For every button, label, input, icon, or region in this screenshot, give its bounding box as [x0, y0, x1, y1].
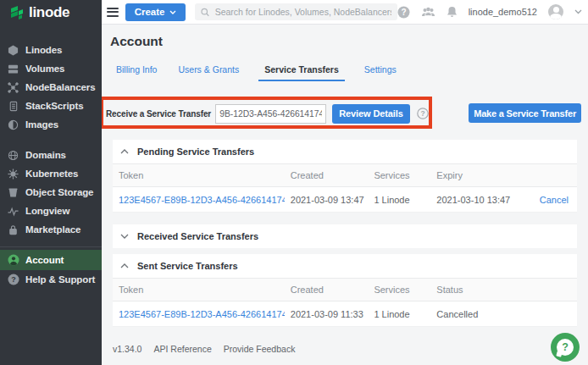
question-bubble-icon: ?	[557, 339, 574, 356]
expiry-cell: 2021-03-10 13:47	[430, 187, 528, 213]
domains-icon	[7, 149, 19, 162]
tab-billing-info[interactable]: Billing Info	[114, 64, 158, 81]
created-cell: 2021-03-09 11:33	[285, 301, 369, 327]
sidebar-item-label: Domains	[25, 150, 66, 160]
help-icon[interactable]: ?	[397, 6, 410, 19]
created-cell: 2021-03-09 13:47	[285, 187, 369, 213]
sidebar: linode Linodes Volumes NodeBalancers Sta…	[0, 0, 102, 365]
search-icon	[201, 8, 209, 17]
sidebar-item-marketplace[interactable]: Marketplace	[0, 220, 102, 239]
sidebar-item-object-storage[interactable]: Object Storage	[0, 183, 102, 202]
token-link[interactable]: 123E4567-E89B-12D3-A456-426614174000	[119, 195, 285, 205]
footer: v1.34.0 API Reference Provide Feedback	[113, 344, 295, 354]
services-cell: 1 Linode	[368, 301, 430, 327]
transfer-help-icon[interactable]: ?	[417, 108, 429, 119]
page-title: Account	[110, 34, 163, 49]
longview-icon	[7, 205, 19, 218]
question-circle-icon: ?	[7, 274, 19, 286]
received-transfers-section: Received Service Transfers	[113, 224, 577, 248]
tab-users-grants[interactable]: Users & Grants	[176, 64, 241, 81]
images-icon	[7, 119, 19, 131]
column-header-services: Services	[368, 279, 430, 301]
sidebar-item-linodes[interactable]: Linodes	[0, 41, 102, 59]
linode-logo[interactable]: linode	[0, 0, 102, 25]
sidebar-nav: Linodes Volumes NodeBalancers StackScrip…	[0, 25, 102, 289]
sidebar-item-longview[interactable]: Longview	[0, 202, 102, 220]
transfer-token-input[interactable]	[215, 104, 326, 124]
tab-service-transfers[interactable]: Service Transfers	[258, 64, 345, 81]
main-content: Account Billing Info Users & Grants Serv…	[102, 25, 588, 365]
tab-bar: Billing Info Users & Grants Service Tran…	[114, 64, 398, 81]
sidebar-item-account[interactable]: Account	[0, 250, 102, 270]
sidebar-item-images[interactable]: Images	[0, 115, 102, 134]
svg-text:?: ?	[420, 109, 424, 118]
sent-section-header[interactable]: Sent Service Transfers	[113, 254, 577, 278]
community-icon[interactable]	[421, 7, 435, 18]
sidebar-item-label: Object Storage	[25, 187, 93, 197]
sidebar-item-stackscripts[interactable]: StackScripts	[0, 97, 102, 115]
column-header-created: Created	[285, 164, 369, 187]
svg-text:?: ?	[401, 8, 406, 17]
provide-feedback-link[interactable]: Provide Feedback	[224, 344, 296, 354]
token-link[interactable]: 123E4567-E89B-12D3-A456-426614174001	[119, 309, 285, 319]
sidebar-item-label: Help & Support	[25, 274, 95, 285]
sidebar-item-domains[interactable]: Domains	[0, 146, 102, 164]
cancel-link[interactable]: Cancel	[540, 195, 569, 205]
search-input[interactable]	[215, 7, 391, 17]
object-storage-icon	[7, 186, 19, 199]
table-row: 123E4567-E89B-12D3-A456-426614174001 202…	[113, 301, 577, 327]
create-button[interactable]: Create	[125, 3, 186, 21]
avatar[interactable]	[548, 4, 563, 19]
chevron-up-icon	[120, 263, 129, 268]
receive-transfer-bar: Receive a Service Transfer Review Detail…	[106, 103, 429, 124]
table-row: 123E4567-E89B-12D3-A456-426614174000 202…	[113, 187, 577, 213]
help-bubble-button[interactable]: ?	[551, 333, 580, 362]
sidebar-item-nodebalancers[interactable]: NodeBalancers	[0, 78, 102, 97]
sidebar-item-label: Account	[25, 255, 64, 265]
account-icon	[7, 254, 19, 267]
linodes-icon	[7, 44, 19, 57]
chevron-up-icon	[120, 149, 129, 154]
sidebar-item-label: StackScripts	[25, 101, 83, 111]
api-reference-link[interactable]: API Reference	[153, 344, 211, 354]
column-header-action	[528, 164, 577, 187]
section-title: Pending Service Transfers	[137, 147, 254, 157]
tab-settings[interactable]: Settings	[363, 64, 398, 81]
sidebar-divider	[0, 246, 102, 247]
menu-icon[interactable]	[107, 8, 119, 17]
column-header-token: Token	[113, 164, 285, 187]
column-header-expiry: Expiry	[430, 164, 528, 187]
sidebar-item-label: Longview	[25, 206, 69, 216]
create-button-label: Create	[135, 7, 165, 17]
sidebar-item-label: Marketplace	[25, 224, 80, 235]
sidebar-item-volumes[interactable]: Volumes	[0, 59, 102, 78]
nodebalancers-icon	[7, 81, 19, 94]
review-details-button[interactable]: Review Details	[332, 104, 410, 124]
chevron-down-icon	[120, 234, 129, 239]
volumes-icon	[7, 63, 19, 75]
status-cell: Cancelled	[430, 301, 577, 327]
sidebar-item-help-support[interactable]: ? Help & Support	[0, 270, 102, 289]
pending-transfers-section: Pending Service Transfers Token Created …	[113, 140, 577, 213]
sidebar-item-label: Volumes	[25, 64, 64, 74]
column-header-services: Services	[368, 164, 430, 187]
sidebar-item-label: Images	[25, 119, 58, 130]
svg-text:?: ?	[11, 275, 16, 284]
column-header-token: Token	[113, 279, 285, 301]
sidebar-item-label: Linodes	[25, 45, 62, 55]
version-label: v1.34.0	[113, 344, 141, 354]
make-service-transfer-button[interactable]: Make a Service Transfer	[469, 103, 581, 123]
services-cell: 1 Linode	[368, 187, 430, 213]
linode-logo-icon	[10, 5, 24, 20]
username[interactable]: linode_demo512	[469, 7, 537, 17]
sidebar-item-label: Kubernetes	[25, 169, 78, 179]
kubernetes-icon	[7, 168, 19, 180]
column-header-status: Status	[430, 279, 577, 301]
search-bar[interactable]	[195, 3, 397, 20]
pending-section-header[interactable]: Pending Service Transfers	[113, 140, 577, 163]
sidebar-item-kubernetes[interactable]: Kubernetes	[0, 164, 102, 183]
received-section-header[interactable]: Received Service Transfers	[113, 224, 577, 248]
notifications-bell-icon[interactable]	[447, 6, 458, 18]
sidebar-item-label: NodeBalancers	[25, 82, 95, 92]
user-menu-chevron-icon[interactable]	[574, 9, 582, 14]
